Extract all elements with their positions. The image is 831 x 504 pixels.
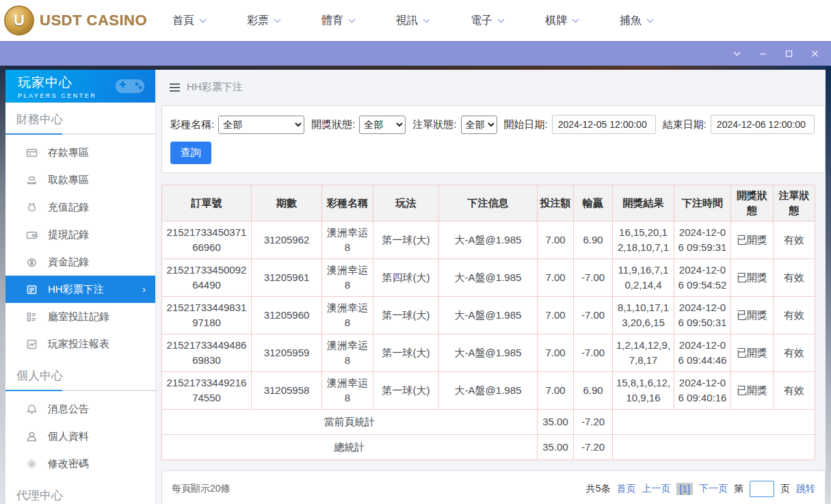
sidebar-item-label: 修改密碼 xyxy=(48,457,89,470)
nav-item-cards[interactable]: 棋牌 xyxy=(545,14,579,28)
page-summary-row: 當前頁統計35.00-7.20 xyxy=(162,409,815,434)
table-header-cell: 玩法 xyxy=(373,185,439,222)
table-cell: 第一球(大) xyxy=(373,296,439,334)
sidebar-item-label: 提現記錄 xyxy=(48,228,89,241)
chevron-down-icon xyxy=(733,49,741,58)
pagination-bar: 每頁顯示20條 共5条 首页 上一页 [1] 下一页 第 页 跳转 xyxy=(161,470,826,504)
sidebar-section-finance: 財務中心 存款專區 取款專區 充值記錄 提現記錄 資金記錄 xyxy=(5,103,155,359)
table-cell: 15,8,1,6,12,10,9,16 xyxy=(613,371,674,409)
sidebar-item-recharge-record[interactable]: 充值記錄 xyxy=(5,194,155,221)
table-cell: 第一球(大) xyxy=(373,334,439,371)
next-page-link[interactable]: 下一页 xyxy=(699,483,728,495)
query-button[interactable]: 查詢 xyxy=(170,142,211,164)
first-page-link[interactable]: 首页 xyxy=(616,483,635,495)
nav-label: 彩票 xyxy=(247,14,269,28)
prev-page-link[interactable]: 上一页 xyxy=(642,483,670,495)
nav-item-lottery[interactable]: 彩票 xyxy=(247,14,281,28)
breadcrumb: HH彩票下注 xyxy=(170,81,826,94)
chevron-down-icon xyxy=(199,18,207,23)
table-header-cell: 彩種名稱 xyxy=(322,185,373,222)
sidebar-item-deposit[interactable]: 存款專區 xyxy=(5,139,155,166)
draw-status-select[interactable]: 全部 xyxy=(359,116,406,134)
total-summary-row: 總統計35.00-7.20 xyxy=(162,434,815,460)
table-cell: 31205960 xyxy=(252,296,322,334)
chevron-down-icon xyxy=(423,18,430,23)
table-cell: 2152173345037166960 xyxy=(162,221,252,258)
summary-cell: 總統計 xyxy=(162,434,538,460)
table-cell: 8,1,10,17,13,20,6,15 xyxy=(613,296,674,334)
nav-item-sports[interactable]: 體育 xyxy=(321,14,356,28)
nav-label: 體育 xyxy=(321,14,343,28)
table-cell: 已開獎 xyxy=(731,334,774,371)
chevron-down-icon xyxy=(497,18,505,23)
table-cell: 有效 xyxy=(774,221,815,258)
jump-go-link[interactable]: 跳转 xyxy=(796,483,815,495)
table-cell: 6.90 xyxy=(574,371,613,409)
table-cell: 2024-12-06 09:44:46 xyxy=(674,334,731,371)
sidebar-item-withdraw[interactable]: 取款專區 xyxy=(5,166,155,194)
chevron-down-icon xyxy=(348,18,356,23)
window-close-button[interactable] xyxy=(809,48,820,59)
sidebar-section-personal: 個人中心 消息公告 個人資料 修改密碼 xyxy=(5,359,155,479)
table-cell: 大-A盤@1.985 xyxy=(439,296,538,334)
hamburger-icon[interactable] xyxy=(170,83,180,92)
table-header-cell: 輸贏 xyxy=(574,185,613,222)
nav-item-home[interactable]: 首頁 xyxy=(172,14,207,28)
sidebar-item-change-password[interactable]: 修改密碼 xyxy=(5,450,155,477)
table-header-cell: 訂單號 xyxy=(162,185,252,222)
lottery-name-select[interactable]: 全部 xyxy=(218,116,304,134)
table-cell: 2152173345009264490 xyxy=(162,258,252,296)
nav-item-slots[interactable]: 電子 xyxy=(471,14,505,28)
summary-cell xyxy=(613,409,815,434)
sidebar-item-announcements[interactable]: 消息公告 xyxy=(5,395,155,423)
sidebar-item-room-bet-record[interactable]: 廳室投註記錄 xyxy=(5,303,155,330)
table-cell: -7.00 xyxy=(574,334,613,371)
table-cell: 7.00 xyxy=(538,334,574,371)
order-status-select[interactable]: 全部 xyxy=(461,116,497,134)
window-minimize-button[interactable] xyxy=(757,48,768,59)
site-logo[interactable]: U USDT CASINO xyxy=(4,5,147,36)
chevron-down-icon xyxy=(274,18,281,23)
nav-item-fishing[interactable]: 捕魚 xyxy=(620,14,654,28)
table-cell: 7.00 xyxy=(538,258,574,296)
table-cell: 已開獎 xyxy=(731,296,774,334)
background-gradient-strip xyxy=(0,66,831,70)
sidebar-item-withdrawal-record[interactable]: 提現記錄 xyxy=(5,221,155,248)
start-date-input[interactable] xyxy=(552,115,656,134)
usdt-coin-icon: U xyxy=(4,5,34,36)
sidebar-item-player-report[interactable]: 玩家投注報表 xyxy=(5,330,155,358)
table-cell: 有效 xyxy=(774,371,815,409)
table-cell: 31205959 xyxy=(252,334,322,371)
sidebar-item-profile[interactable]: 個人資料 xyxy=(5,423,155,450)
end-date-input[interactable] xyxy=(711,115,815,134)
sidebar-item-label: HH彩票下注 xyxy=(48,283,104,296)
table-header-cell: 開獎結果 xyxy=(613,185,674,222)
nav-label: 捕魚 xyxy=(620,14,642,28)
report-chart-icon xyxy=(26,339,38,350)
window-maximize-button[interactable] xyxy=(783,48,794,59)
table-cell: 大-A盤@1.985 xyxy=(439,371,538,409)
sidebar-item-label: 資金記錄 xyxy=(48,256,89,269)
minimize-icon xyxy=(759,49,767,58)
filter-panel: 彩種名稱: 全部 開獎狀態: 全部 注單狀態: 全部 開始日期: 結束日期: 查… xyxy=(161,105,826,173)
per-page-label: 每頁顯示20條 xyxy=(172,483,230,495)
section-title: 財務中心 xyxy=(5,111,155,127)
window-dropdown-button[interactable] xyxy=(731,48,742,59)
top-navbar: U USDT CASINO 首頁 彩票 體育 視訊 電子 xyxy=(0,0,831,41)
section-title: 代理中心 xyxy=(5,488,155,503)
room-record-icon xyxy=(26,311,38,323)
order-status-label: 注單狀態: xyxy=(412,118,456,131)
table-cell: 1,2,14,12,9,7,8,17 xyxy=(613,334,674,371)
table-cell: 已開獎 xyxy=(731,258,774,296)
table-cell: 7.00 xyxy=(538,371,574,409)
nav-label: 棋牌 xyxy=(545,14,567,28)
chevron-right-icon: › xyxy=(142,284,146,295)
nav-label: 電子 xyxy=(471,14,492,28)
bets-table: 訂單號期數彩種名稱玩法下注信息投注額輸贏開獎結果下注時間開獎狀態注單狀態 215… xyxy=(161,185,815,460)
sidebar-item-hh-lottery-bets[interactable]: HH彩票下注 › xyxy=(5,276,155,303)
jump-page-input[interactable] xyxy=(750,481,774,497)
nav-item-live[interactable]: 視訊 xyxy=(396,14,430,28)
table-row: 215217334500926449031205961澳洲幸运8第四球(大)大-… xyxy=(162,258,815,296)
table-header-cell: 注單狀態 xyxy=(774,185,815,222)
sidebar-item-funds-record[interactable]: 資金記錄 xyxy=(5,248,155,276)
